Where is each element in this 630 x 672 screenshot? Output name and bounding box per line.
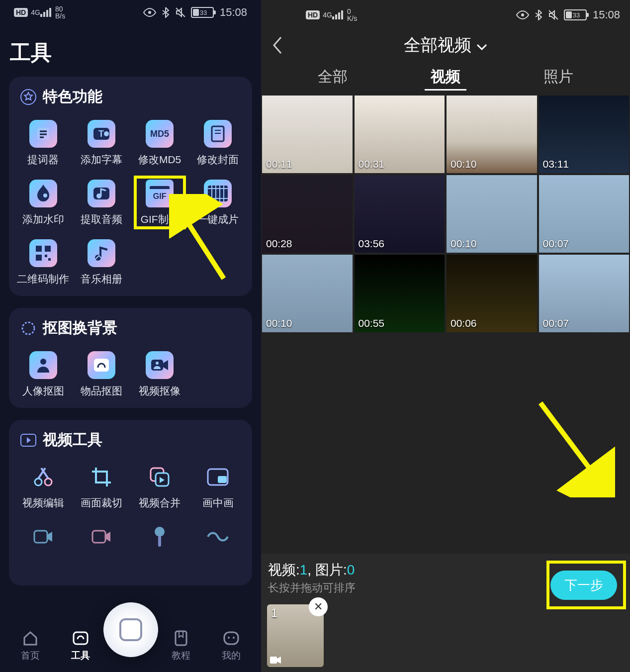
duration: 03:11	[543, 158, 569, 170]
duration: 00:55	[359, 317, 385, 329]
tool-portrait-cutout[interactable]: 人像抠图	[14, 343, 72, 403]
svg-rect-11	[36, 246, 42, 252]
tool-video-cutout[interactable]: 视频抠像	[131, 343, 189, 403]
video-icon	[270, 656, 281, 664]
tool-label: 修改MD5	[138, 153, 181, 167]
fab-create[interactable]	[103, 602, 158, 657]
signal-icon	[332, 10, 343, 19]
tool-label: 视频合并	[139, 496, 180, 510]
tool-md5[interactable]: MD5修改MD5	[131, 112, 189, 172]
page-title: 工具	[0, 25, 261, 77]
media-tabs: 全部 视频 照片	[261, 61, 630, 96]
tool-label: GIF制作	[141, 212, 179, 226]
selection-footer: 视频:1, 图片:0 长按并拖动可排序 下一步 1 ✕	[261, 554, 630, 672]
section-title: 抠图换背景	[43, 318, 117, 338]
tab-all[interactable]: 全部	[312, 65, 354, 91]
network-icon: 4G	[323, 11, 332, 18]
video-thumb[interactable]: 00:10	[447, 175, 537, 253]
svg-rect-13	[36, 255, 42, 261]
clock: 15:08	[593, 8, 620, 21]
video-thumb[interactable]: 00:55	[355, 255, 445, 332]
nav-label: 我的	[222, 649, 241, 662]
tool-crop[interactable]: 画面裁切	[72, 455, 130, 515]
tool-label: 二维码制作	[17, 272, 69, 286]
tool-row2-c[interactable]	[131, 515, 189, 556]
camera-icon	[119, 618, 142, 641]
svg-rect-30	[92, 531, 105, 543]
tool-object-cutout[interactable]: 物品抠图	[72, 343, 130, 403]
tool-label: 添加字幕	[81, 153, 122, 167]
tool-pip[interactable]: 画中画	[189, 455, 247, 515]
hd-icon: HD	[306, 10, 320, 19]
bluetooth-icon	[162, 7, 169, 18]
svg-point-5	[104, 131, 109, 136]
tab-photo[interactable]: 照片	[538, 65, 579, 91]
duration: 00:11	[266, 158, 292, 170]
battery-icon: 33	[191, 7, 214, 18]
data-rate: 80B/s	[55, 5, 65, 19]
video-thumb[interactable]: 00:07	[539, 255, 630, 332]
nav-home[interactable]: 首页	[10, 629, 50, 662]
tool-label: 添加水印	[22, 212, 64, 226]
book-icon	[172, 629, 190, 647]
svg-point-17	[22, 322, 34, 334]
tool-music-album[interactable]: 音乐相册	[72, 231, 130, 291]
video-thumb[interactable]: 00:10	[262, 255, 353, 332]
picker-title[interactable]: 全部视频	[283, 34, 608, 57]
tool-teleprompter[interactable]: 提词器	[14, 112, 72, 172]
svg-point-38	[521, 13, 524, 16]
svg-rect-15	[48, 258, 51, 261]
nav-me[interactable]: 我的	[211, 629, 251, 662]
video-thumb[interactable]: 00:07	[539, 175, 630, 253]
tool-add-subtitle[interactable]: T添加字幕	[72, 112, 130, 172]
selected-thumb[interactable]: 1 ✕	[267, 604, 324, 667]
tool-label: 提取音频	[81, 212, 122, 226]
tool-auto-clip[interactable]: 一键成片	[189, 172, 247, 231]
hd-icon: HD	[14, 8, 28, 17]
video-thumb[interactable]: 03:56	[355, 175, 445, 253]
tool-gif[interactable]: GIF GIF制作	[131, 172, 189, 231]
signal-icon	[40, 8, 51, 17]
home-icon	[21, 629, 39, 647]
svg-rect-12	[45, 246, 51, 252]
video-thumb[interactable]: 00:10	[447, 96, 537, 173]
back-button[interactable]	[271, 35, 283, 55]
tool-label: 人像抠图	[22, 384, 64, 398]
tool-video-edit[interactable]: 视频编辑	[14, 455, 72, 515]
tool-row2-d[interactable]	[189, 515, 247, 556]
next-button[interactable]: 下一步	[550, 571, 617, 600]
video-grid: 00:11 00:31 00:10 03:11 00:28 03:56 00:1…	[261, 96, 630, 332]
tool-label: 物品抠图	[81, 384, 122, 398]
nav-label: 教程	[172, 649, 190, 662]
duration: 00:10	[266, 317, 292, 329]
tool-label: 画中画	[202, 496, 234, 510]
tool-row2-b[interactable]	[72, 515, 130, 556]
tool-label: 视频编辑	[22, 496, 64, 510]
tool-extract-audio[interactable]: 提取音频	[72, 172, 130, 231]
battery-icon: 33	[564, 9, 587, 20]
tool-merge[interactable]: 视频合并	[131, 455, 189, 515]
tool-row2-a[interactable]	[14, 515, 72, 556]
tab-video[interactable]: 视频	[425, 65, 466, 91]
cutout-icon	[20, 320, 37, 337]
video-thumb[interactable]: 00:28	[262, 175, 353, 253]
tool-label: 提词器	[27, 153, 59, 167]
data-rate: 0K/s	[347, 8, 357, 22]
section-title: 视频工具	[43, 430, 102, 450]
nav-tutorial[interactable]: 教程	[161, 629, 201, 662]
duration: 03:56	[359, 238, 385, 250]
video-thumb[interactable]: 03:11	[539, 96, 630, 173]
svg-text:T: T	[98, 129, 104, 139]
tool-watermark[interactable]: 添加水印	[14, 172, 72, 231]
video-thumb[interactable]: 00:06	[447, 255, 537, 332]
remove-button[interactable]: ✕	[309, 597, 328, 616]
video-thumb[interactable]: 00:31	[355, 96, 445, 173]
status-bar-left: HD 4G 80B/s 33 15:08	[0, 0, 261, 25]
tool-label: 一键成片	[197, 212, 239, 226]
tool-qrcode[interactable]: 二维码制作	[14, 231, 72, 291]
nav-tools[interactable]: 工具	[61, 629, 100, 662]
tool-cover[interactable]: 修改封面	[189, 112, 247, 172]
video-thumb[interactable]: 00:11	[262, 96, 353, 173]
section-video-tools: 视频工具 视频编辑 画面裁切 视频合并 画中画	[9, 420, 252, 585]
tool-label: 视频抠像	[139, 384, 180, 398]
